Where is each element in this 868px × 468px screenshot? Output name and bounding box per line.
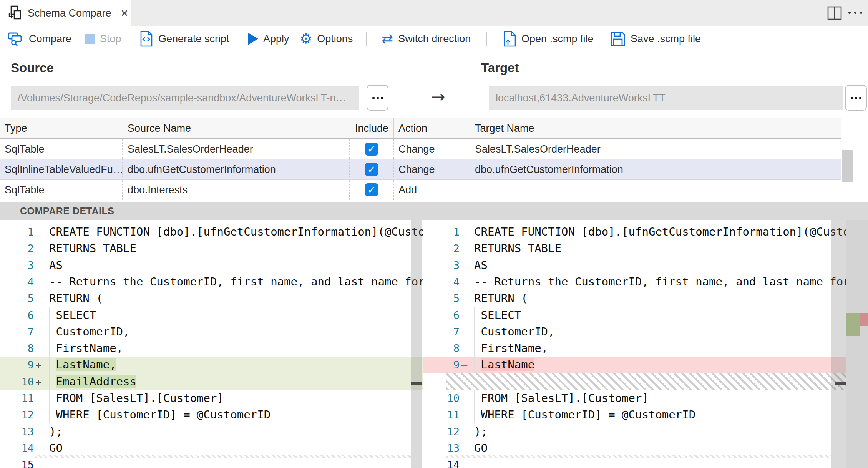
code-line: WHERE [CustomerID] = @CustomerID [474, 407, 695, 423]
cell-target-name [470, 180, 841, 200]
apply-button[interactable]: Apply [248, 26, 289, 51]
cell-source-name: dbo.ufnGetCustomerInformation [123, 159, 350, 179]
overview-ruler [846, 220, 868, 468]
code-line-added: LastName, [49, 357, 116, 373]
indent-guide [474, 390, 475, 423]
code-line: SELECT [49, 307, 96, 324]
toolbar-separator [366, 32, 367, 46]
cell-source-name: dbo.Interests [123, 180, 350, 200]
code-line: RETURNS TABLE [49, 240, 136, 257]
switch-direction-button[interactable]: ⇄ Switch direction [382, 26, 471, 51]
stop-button[interactable]: Stop [85, 26, 121, 51]
column-header-target-name[interactable]: Target Name [470, 118, 841, 138]
code-line: CustomerID, [474, 324, 555, 340]
code-line: FROM [SalesLT].[Customer] [474, 390, 649, 407]
code-line: -- Returns the CustomerID, first name, a… [474, 274, 850, 290]
grid-scrollbar-thumb[interactable] [842, 150, 853, 182]
toolbar-separator [486, 32, 487, 46]
code-line: GO [474, 440, 488, 456]
grid-header-row: Type Source Name Include Action Target N… [0, 118, 841, 139]
code-line-removed: LastName [474, 357, 534, 373]
deleted-lines-placeholder [446, 373, 846, 390]
compare-details-diff-editor: 1CREATE FUNCTION [dbo].[ufnGetCustomerIn… [0, 220, 868, 468]
diff-target-pane[interactable]: 1CREATE FUNCTION [dbo].[ufnGetCustomerIn… [423, 220, 868, 468]
target-path-input[interactable] [489, 86, 843, 110]
code-line: CustomerID, [49, 324, 130, 340]
save-icon [610, 31, 626, 46]
code-line: SELECT [474, 307, 521, 324]
cell-action: Add [394, 180, 470, 200]
tab-bar: Schema Compare ✕ [0, 0, 868, 26]
tab-schema-compare[interactable]: Schema Compare ✕ [0, 0, 131, 26]
split-editor-icon[interactable] [827, 6, 842, 20]
source-path-input[interactable] [11, 86, 359, 110]
include-checkbox[interactable]: ✓ [365, 183, 378, 196]
source-heading: Source [11, 61, 54, 75]
cell-target-name: dbo.ufnGetCustomerInformation [470, 159, 841, 179]
cell-target-name: SalesLT.SalesOrderHeader [470, 139, 841, 159]
compare-icon [8, 31, 24, 47]
target-editor-scrollbar[interactable] [831, 220, 846, 468]
save-scmp-button[interactable]: Save .scmp file [610, 26, 701, 51]
diff-source-pane[interactable]: 1CREATE FUNCTION [dbo].[ufnGetCustomerIn… [0, 220, 423, 468]
options-button[interactable]: ⚙ Options [300, 26, 353, 51]
code-line: AS [49, 257, 63, 274]
source-browse-button[interactable] [367, 85, 388, 111]
apply-icon [248, 33, 258, 45]
cell-type: SqlTable [0, 139, 123, 159]
more-actions-icon[interactable] [848, 12, 862, 14]
diff-filler-strip [35, 455, 411, 458]
gear-icon: ⚙ [300, 32, 312, 46]
stop-icon [85, 34, 95, 44]
cell-include: ✓ [350, 159, 394, 179]
cell-include: ✓ [350, 180, 394, 200]
code-line: FirstName, [49, 340, 123, 357]
code-line-added: EmailAddress [49, 373, 136, 390]
tab-close-icon[interactable]: ✕ [121, 8, 129, 19]
column-header-type[interactable]: Type [0, 118, 123, 138]
code-line: RETURN ( [49, 290, 103, 307]
schema-compare-toolbar: Compare Stop Generate script Apply ⚙ Opt… [0, 26, 868, 51]
target-browse-button[interactable] [845, 85, 867, 111]
generate-script-button[interactable]: Generate script [139, 26, 229, 51]
table-row[interactable]: SqlTable SalesLT.SalesOrderHeader ✓ Chan… [0, 139, 841, 159]
column-header-include[interactable]: Include [350, 118, 394, 138]
compare-details-header: COMPARE DETAILS [0, 202, 868, 220]
code-line: FROM [SalesLT].[Customer] [49, 390, 224, 407]
table-row-selected[interactable]: SqlInlineTableValuedFu… dbo.ufnGetCustom… [0, 159, 841, 180]
include-checkbox[interactable]: ✓ [365, 163, 378, 176]
cell-include: ✓ [350, 139, 394, 159]
cell-source-name: SalesLT.SalesOrderHeader [123, 139, 350, 159]
open-scmp-button[interactable]: Open .scmp file [503, 26, 594, 51]
column-header-action[interactable]: Action [394, 118, 470, 138]
overview-deleted-mark [411, 382, 422, 385]
code-line: AS [474, 257, 488, 274]
indent-guide [49, 307, 50, 423]
cell-type: SqlInlineTableValuedFu… [0, 159, 123, 179]
schema-compare-icon [7, 5, 22, 21]
code-line: RETURN ( [474, 290, 528, 307]
target-heading: Target [481, 61, 519, 75]
code-line: WHERE [CustomerID] = @CustomerID [49, 407, 271, 423]
code-line: RETURNS TABLE [474, 240, 561, 257]
switch-direction-icon: ⇄ [382, 32, 393, 46]
code-line: GO [49, 440, 63, 456]
open-file-icon [503, 31, 516, 47]
indent-guide [474, 307, 475, 373]
cell-type: SqlTable [0, 180, 123, 200]
code-line: -- Returns the CustomerID, first name, a… [49, 274, 423, 290]
compare-button[interactable]: Compare [8, 26, 71, 51]
schema-compare-results-grid: Type Source Name Include Action Target N… [0, 118, 868, 201]
table-row[interactable]: SqlTable dbo.Interests ✓ Add [0, 180, 841, 200]
overview-deleted-mark [835, 382, 846, 385]
diff-filler-strip [446, 455, 831, 458]
code-line: FirstName, [474, 340, 548, 357]
cell-action: Change [394, 159, 470, 179]
include-checkbox[interactable]: ✓ [365, 143, 378, 156]
code-line: CREATE FUNCTION [dbo].[ufnGetCustomerInf… [474, 224, 850, 240]
tab-title: Schema Compare [28, 7, 111, 19]
source-editor-scrollbar[interactable] [411, 220, 422, 468]
column-header-source-name[interactable]: Source Name [123, 118, 350, 138]
code-line: ); [49, 423, 63, 440]
direction-arrow-icon: → [424, 87, 452, 106]
